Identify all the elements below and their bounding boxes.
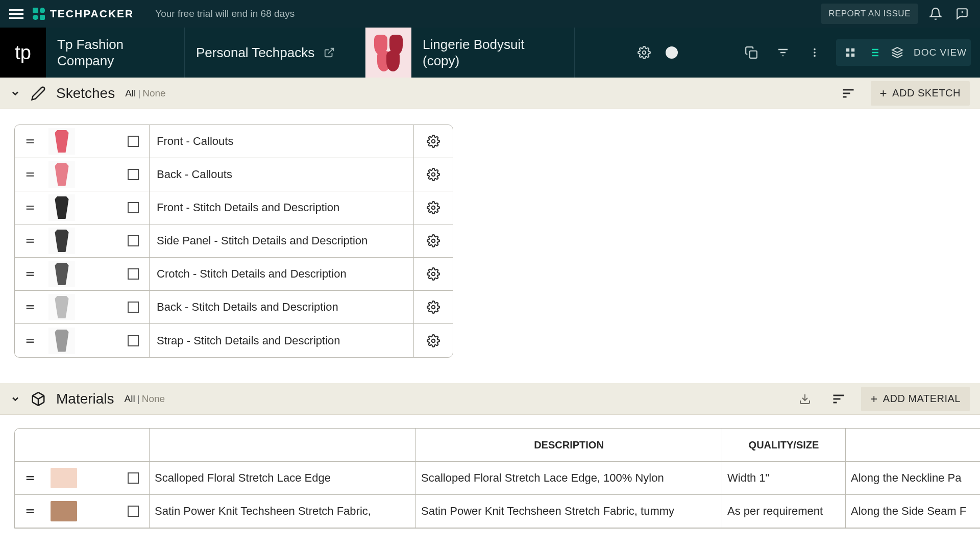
sketch-row[interactable]: Back - Callouts xyxy=(15,158,453,191)
sort-sketches-button[interactable] xyxy=(836,86,861,101)
sketch-thumbnail[interactable] xyxy=(45,328,117,354)
sketch-name[interactable]: Back - Callouts xyxy=(150,158,414,191)
material-placement[interactable]: Along the Side Seam F xyxy=(846,495,980,528)
add-material-button[interactable]: + ADD MATERIAL xyxy=(861,387,970,411)
item-thumbnail[interactable] xyxy=(365,28,411,78)
sketch-name[interactable]: Strap - Stitch Details and Description xyxy=(150,324,414,357)
sketch-checkbox[interactable] xyxy=(117,291,150,323)
sketch-list: Front - Callouts Back - Callouts Front -… xyxy=(14,124,453,358)
sketch-thumbnail[interactable] xyxy=(45,261,117,287)
sketch-name[interactable]: Side Panel - Stitch Details and Descript… xyxy=(150,224,414,257)
breadcrumb-item-label: Lingerie Bodysuit (copy) xyxy=(423,36,563,69)
sketch-row[interactable]: Crotch - Stitch Details and Description xyxy=(15,258,453,291)
drag-handle-icon[interactable] xyxy=(15,169,45,180)
drag-handle-icon[interactable] xyxy=(15,302,45,313)
drag-handle-icon[interactable] xyxy=(15,202,45,213)
doc-view-button[interactable]: DOC VIEW xyxy=(914,47,967,58)
menu-button[interactable] xyxy=(9,7,23,21)
drag-handle-icon[interactable] xyxy=(15,268,45,280)
material-quality[interactable]: As per requirement xyxy=(722,495,846,528)
report-issue-button[interactable]: REPORT AN ISSUE xyxy=(821,4,918,24)
sketch-thumbnail[interactable] xyxy=(45,294,117,320)
sketch-row[interactable]: Side Panel - Stitch Details and Descript… xyxy=(15,224,453,258)
material-description[interactable]: Scalloped Floral Stretch Lace Edge, 100%… xyxy=(416,462,722,494)
sketch-row[interactable]: Front - Callouts xyxy=(15,125,453,158)
sort-materials-button[interactable] xyxy=(826,392,851,406)
feedback-icon[interactable] xyxy=(953,5,971,22)
svg-rect-7 xyxy=(846,54,849,57)
sketch-thumbnail[interactable] xyxy=(45,128,117,155)
drag-handle-icon[interactable] xyxy=(15,335,45,346)
drag-handle-icon[interactable] xyxy=(15,462,45,494)
brand-logo[interactable]: TECHPACKER xyxy=(33,8,134,20)
sketches-filter-links: All|None xyxy=(125,88,165,99)
more-icon[interactable] xyxy=(804,42,825,63)
sketch-settings-button[interactable] xyxy=(414,267,453,281)
svg-point-0 xyxy=(643,51,646,55)
sketch-name[interactable]: Back - Stitch Details and Description xyxy=(150,291,414,323)
drag-handle-icon[interactable] xyxy=(15,495,45,528)
add-sketch-button[interactable]: + ADD SKETCH xyxy=(871,81,970,106)
add-sketch-label: ADD SKETCH xyxy=(892,87,961,99)
filter-none-link[interactable]: None xyxy=(142,88,165,98)
sketch-settings-button[interactable] xyxy=(414,234,453,247)
collapse-materials-button[interactable] xyxy=(10,394,20,404)
material-name[interactable]: Satin Power Knit Techsheen Stretch Fabri… xyxy=(150,495,416,528)
material-swatch[interactable] xyxy=(45,462,117,494)
filter-icon[interactable] xyxy=(773,42,793,63)
sketch-checkbox[interactable] xyxy=(117,125,150,158)
sketch-settings-button[interactable] xyxy=(414,300,453,314)
sketch-name[interactable]: Front - Callouts xyxy=(150,125,414,158)
sketch-settings-button[interactable] xyxy=(414,168,453,181)
notifications-icon[interactable] xyxy=(927,5,944,22)
sketch-checkbox[interactable] xyxy=(117,324,150,357)
sketch-settings-button[interactable] xyxy=(414,334,453,347)
material-description[interactable]: Satin Power Knit Techsheen Stretch Fabri… xyxy=(416,495,722,528)
breadcrumb-company[interactable]: Tp Fashion Company xyxy=(46,28,185,78)
material-checkbox[interactable] xyxy=(117,495,150,528)
material-row[interactable]: Scalloped Floral Stretch Lace Edge Scall… xyxy=(15,462,980,495)
sketch-row[interactable]: Front - Stitch Details and Description xyxy=(15,191,453,224)
sketch-thumbnail[interactable] xyxy=(45,228,117,254)
status-indicator[interactable] xyxy=(666,46,678,59)
sketch-settings-button[interactable] xyxy=(414,201,453,214)
material-swatch[interactable] xyxy=(45,495,117,528)
sketch-thumbnail[interactable] xyxy=(45,161,117,188)
grid-view-button[interactable] xyxy=(840,42,861,63)
sketch-thumbnail[interactable] xyxy=(45,194,117,221)
plus-icon: + xyxy=(870,392,878,406)
sketch-checkbox[interactable] xyxy=(117,258,150,290)
material-row[interactable]: Satin Power Knit Techsheen Stretch Fabri… xyxy=(15,495,980,528)
sketch-name[interactable]: Front - Stitch Details and Description xyxy=(150,191,414,224)
open-external-icon[interactable] xyxy=(324,47,335,58)
sketch-name[interactable]: Crotch - Stitch Details and Description xyxy=(150,258,414,290)
sketch-settings-button[interactable] xyxy=(414,135,453,148)
drag-handle-icon[interactable] xyxy=(15,136,45,147)
material-checkbox[interactable] xyxy=(117,462,150,494)
filter-all-link[interactable]: All xyxy=(125,88,136,98)
copy-icon[interactable] xyxy=(741,42,762,63)
layers-view-button[interactable] xyxy=(887,42,908,63)
collapse-sketches-button[interactable] xyxy=(10,88,20,98)
breadcrumb-item[interactable]: Lingerie Bodysuit (copy) xyxy=(411,28,575,78)
filter-none-link[interactable]: None xyxy=(142,393,165,404)
drag-handle-icon[interactable] xyxy=(15,235,45,246)
material-placement[interactable]: Along the Neckline Pa xyxy=(846,462,980,494)
list-view-button[interactable] xyxy=(864,42,884,63)
filter-all-link[interactable]: All xyxy=(125,393,135,404)
svg-point-4 xyxy=(814,55,816,57)
trial-notice: Your free trial will end in 68 days xyxy=(155,8,295,19)
sketch-checkbox[interactable] xyxy=(117,158,150,191)
material-name[interactable]: Scalloped Floral Stretch Lace Edge xyxy=(150,462,416,494)
sketch-row[interactable]: Strap - Stitch Details and Description xyxy=(15,324,453,357)
settings-icon[interactable] xyxy=(634,42,654,63)
sketch-checkbox[interactable] xyxy=(117,224,150,257)
breadcrumb-collection[interactable]: Personal Techpacks xyxy=(185,28,365,78)
svg-rect-8 xyxy=(851,54,854,57)
material-quality[interactable]: Width 1" xyxy=(722,462,846,494)
sketch-row[interactable]: Back - Stitch Details and Description xyxy=(15,291,453,324)
sketch-checkbox[interactable] xyxy=(117,191,150,224)
company-avatar[interactable]: tp xyxy=(0,28,46,78)
import-materials-button[interactable] xyxy=(794,393,816,405)
col-placement: PL xyxy=(846,429,980,461)
